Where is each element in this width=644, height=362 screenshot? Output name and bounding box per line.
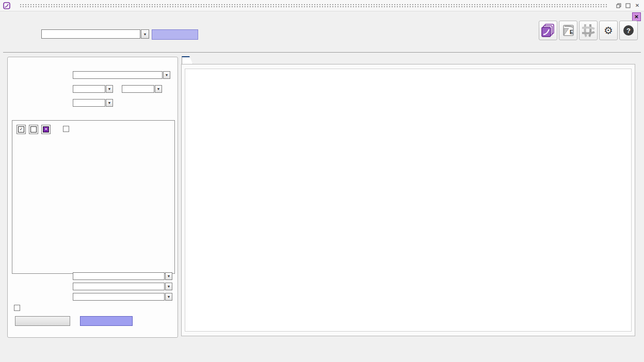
strain-units-dropdown-button[interactable]: ▼: [155, 85, 162, 93]
objective-dropdown-button[interactable]: ▼: [141, 29, 149, 39]
material-type-combobox[interactable]: [73, 71, 163, 79]
target-solver-combobox[interactable]: [73, 293, 165, 301]
cursor-position-status: [545, 349, 641, 354]
svg-text:E: E: [570, 29, 573, 35]
objective-combobox[interactable]: [41, 29, 140, 39]
tab-results-plot[interactable]: [182, 56, 193, 64]
help-icon[interactable]: ?: [619, 21, 638, 40]
stress-strain-chart: [185, 69, 630, 330]
curve-fit-dropdown-button[interactable]: ▼: [165, 272, 172, 280]
invert-selection-button[interactable]: ✕: [41, 125, 51, 134]
fiber-weave-icon[interactable]: [579, 21, 598, 40]
app-icon: [3, 2, 10, 9]
select-all-button[interactable]: ✓: [17, 125, 26, 134]
svg-text:?: ?: [626, 27, 631, 35]
selection-buttons: ✓ ✕: [17, 125, 51, 134]
checked-box-icon: ✓: [18, 126, 24, 133]
approve-model-fit-checkbox[interactable]: [14, 305, 20, 311]
stress-strain-type-dropdown-button[interactable]: ▼: [106, 99, 113, 107]
hyperelastic-fitting-panel: ▼ ▼ ▼ ▼ ✓ ✕: [7, 57, 178, 338]
app-window: ✕ ✕ ▼ E: [0, 0, 644, 362]
stress-units-combobox[interactable]: [73, 85, 105, 93]
elastomer-e-icon[interactable]: E: [559, 21, 577, 40]
stress-strain-type-combobox[interactable]: [73, 99, 105, 107]
drag-handle-dots: [20, 3, 608, 8]
target-solver-dropdown-button[interactable]: ▼: [165, 293, 172, 301]
close-window-icon[interactable]: ✕: [634, 2, 641, 9]
settings-gear-icon[interactable]: ⚙: [599, 21, 618, 40]
main-tab-strip: [3, 44, 641, 53]
title-bar: ✕: [0, 0, 644, 11]
plot-test-type-combobox[interactable]: [73, 283, 165, 290]
plot-all-curves-checkbox[interactable]: [63, 126, 69, 132]
pick-project-folder-button[interactable]: [152, 29, 198, 40]
stress-units-dropdown-button[interactable]: ▼: [106, 85, 113, 93]
plot-canvas: [185, 69, 632, 332]
curve-fit-combobox[interactable]: [73, 272, 165, 280]
toolbar: E ⚙ ?: [539, 21, 638, 40]
plot-test-type-dropdown-button[interactable]: ▼: [165, 283, 172, 290]
save-changes-button[interactable]: [15, 316, 70, 326]
select-none-button[interactable]: [29, 125, 38, 134]
strain-units-combobox[interactable]: [122, 85, 154, 93]
material-type-dropdown-button[interactable]: ▼: [163, 71, 170, 79]
panel-close-button[interactable]: ✕: [632, 12, 641, 21]
fit-another-button[interactable]: [80, 316, 133, 326]
invert-box-icon: ✕: [43, 126, 49, 133]
maximize-window-icon[interactable]: [624, 2, 632, 9]
fitting-results-group: ✓ ✕: [12, 120, 175, 274]
polymer-modeler-icon[interactable]: [539, 21, 557, 40]
restore-window-icon[interactable]: [615, 2, 622, 9]
results-plot-panel: [181, 64, 635, 336]
empty-box-icon: [30, 126, 37, 133]
